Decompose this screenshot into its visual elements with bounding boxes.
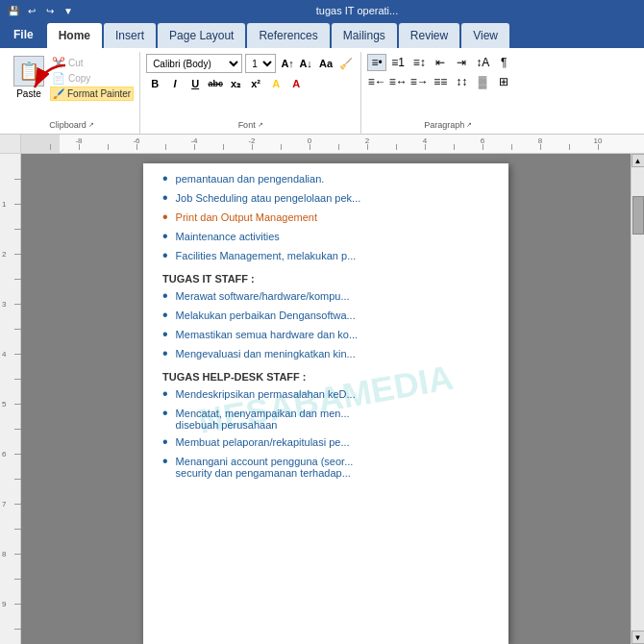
ruler-main: -8-6-4-20246810 [21,135,644,153]
bullets-button[interactable]: ≡• [367,54,386,71]
list-item-text-3: Print dan Output Management [176,211,317,225]
paragraph-group-label: Paragraph ↗ [367,120,529,132]
list-item-5: • Facilities Management, melakukan p... [162,250,489,263]
staff-text-2: Melakukan perbaikan Dengansoftwa... [176,310,356,323]
font-group-label: Font ↗ [146,120,355,132]
scroll-down-button[interactable]: ▼ [632,631,645,644]
superscript-button[interactable]: x² [247,75,264,92]
section-header-2: TUGAS HELP-DESK STAFF : [162,371,489,383]
shading-button[interactable]: ▓ [473,73,492,90]
scroll-track[interactable] [632,167,644,631]
list-item-text-2: Job Scheduling atau pengelolaan pek... [176,192,361,206]
strikethrough-button[interactable]: abc [207,75,224,92]
cut-button[interactable]: ✂️ Cut [50,56,134,70]
increase-indent-button[interactable]: ⇥ [452,54,471,71]
scroll-up-button[interactable]: ▲ [632,154,645,167]
tab-mailings[interactable]: Mailings [332,23,397,48]
ruler-dark-left [21,135,60,153]
clear-format-button[interactable]: 🧹 [337,55,355,72]
clipboard-actions: ✂️ Cut 📄 Copy 🖌️ Format Painter [50,54,134,101]
helpdesk-text-3: Membuat pelaporan/rekapitulasi pe... [176,436,350,450]
list-item-3: • Print dan Output Management [162,211,489,225]
title-bar: 💾 ↩ ↪ ▼ tugas IT operati... [0,0,644,21]
multilevel-button[interactable]: ≡↕ [409,54,429,71]
staff-item-2: • Melakukan perbaikan Dengansoftwa... [162,310,489,323]
subscript-button[interactable]: x₂ [227,75,244,92]
sort-button[interactable]: ↕A [473,54,492,71]
tab-view[interactable]: View [461,23,509,48]
list-item-1: • pemantauan dan pengendalian. [162,173,489,186]
helpdesk-bullet-1: • [162,386,168,402]
highlight-button[interactable]: A [267,75,285,92]
list-item-text-4: Maintenance activities [176,231,280,244]
numbering-button[interactable]: ≡1 [388,54,408,71]
align-left-button[interactable]: ≡← [367,73,386,90]
font-expand-icon[interactable]: ↗ [258,121,263,129]
redo-quick-btn[interactable]: ↪ [42,3,58,18]
clipboard-group-label: Clipboard ↗ [10,120,134,132]
copy-icon: 📄 [52,72,65,85]
cut-label: Cut [68,58,84,68]
ribbon: 📋 Paste ✂️ Cut 📄 Copy 🖌️ Format Painter [0,48,644,135]
page: NESABAMEDIA • pemantauan dan pengendalia… [143,163,508,644]
helpdesk-bullet-4: • [162,454,168,479]
bullet-4: • [162,229,168,244]
staff-item-1: • Merawat software/hardware/kompu... [162,290,489,304]
list-item-4: • Maintenance activities [162,231,489,244]
tab-insert[interactable]: Insert [104,23,156,48]
helpdesk-item-3: • Membuat pelaporan/rekapitulasi pe... [162,436,489,450]
copy-button[interactable]: 📄 Copy [50,71,134,86]
document-scroll[interactable]: NESABAMEDIA • pemantauan dan pengendalia… [21,154,631,644]
scroll-thumb[interactable] [632,196,644,235]
save-quick-btn[interactable]: 💾 [6,3,21,18]
clipboard-expand-icon[interactable]: ↗ [88,121,94,129]
paragraph-content: ≡• ≡1 ≡↕ ⇤ ⇥ ↕A ¶ ≡← ≡↔ ≡→ ≡≡ ↕↕ ▓ ⊞ [367,52,529,120]
tab-file[interactable]: File [0,21,47,48]
paragraph-expand-icon[interactable]: ↗ [466,121,472,129]
tab-references[interactable]: References [247,23,329,48]
bold-button[interactable]: B [146,75,163,92]
justify-button[interactable]: ≡≡ [431,73,450,90]
grow-shrink-btns: A↑ A↓ [279,55,314,72]
list-item-2: • Job Scheduling atau pengelolaan pek... [162,192,489,206]
format-painter-button[interactable]: 🖌️ Format Painter [50,87,134,101]
font-size-select[interactable]: 12 [245,54,276,73]
font-family-select[interactable]: Calibri (Body) [146,54,242,73]
line-spacing-button[interactable]: ↕↕ [452,73,471,90]
change-case-button[interactable]: Aa [317,55,334,72]
grow-font-button[interactable]: A↑ [279,55,296,72]
tab-review[interactable]: Review [399,23,459,48]
borders-button[interactable]: ⊞ [494,73,513,90]
font-content: Calibri (Body) 12 A↑ A↓ Aa 🧹 B I U abc x… [146,52,355,120]
bullet-5: • [162,248,168,263]
tab-page-layout[interactable]: Page Layout [158,23,245,48]
helpdesk-item-1: • Mendeskripsikan permasalahan keD... [162,388,489,402]
underline-button[interactable]: U [186,75,204,92]
italic-button[interactable]: I [166,75,184,92]
document-area: 12345678910 NESABAMEDIA • pemantauan dan… [0,154,644,644]
more-quick-btn[interactable]: ▼ [61,3,76,18]
tab-home[interactable]: Home [47,23,102,48]
bullet-1: • [162,171,168,186]
align-center-button[interactable]: ≡↔ [388,73,408,90]
format-painter-icon: 🖌️ [53,88,64,99]
font-color-button[interactable]: A [287,75,305,92]
helpdesk-text-4: Menangani account pengguna (seor...secur… [176,456,354,479]
staff-bullet-2: • [162,308,168,323]
helpdesk-bullet-3: • [162,434,168,450]
para-row2: ≡← ≡↔ ≡→ ≡≡ ↕↕ ▓ ⊞ [367,73,513,90]
bullet-2: • [162,190,168,206]
paste-button[interactable]: 📋 Paste [10,54,48,101]
show-marks-button[interactable]: ¶ [494,54,513,71]
format-painter-label: Format Painter [67,88,131,99]
align-right-button[interactable]: ≡→ [409,73,429,90]
vertical-scrollbar[interactable]: ▲ ▼ [631,154,644,644]
paragraph-group: ≡• ≡1 ≡↕ ⇤ ⇥ ↕A ¶ ≡← ≡↔ ≡→ ≡≡ ↕↕ ▓ ⊞ Par… [361,52,534,134]
clipboard-content: 📋 Paste ✂️ Cut 📄 Copy 🖌️ Format Painter [10,52,134,120]
undo-quick-btn[interactable]: ↩ [24,3,39,18]
helpdesk-bullet-2: • [162,406,168,431]
font-group: Calibri (Body) 12 A↑ A↓ Aa 🧹 B I U abc x… [140,52,361,134]
v-ruler-content: 12345678910 [0,154,20,644]
shrink-font-button[interactable]: A↓ [297,55,314,72]
decrease-indent-button[interactable]: ⇤ [431,54,450,71]
